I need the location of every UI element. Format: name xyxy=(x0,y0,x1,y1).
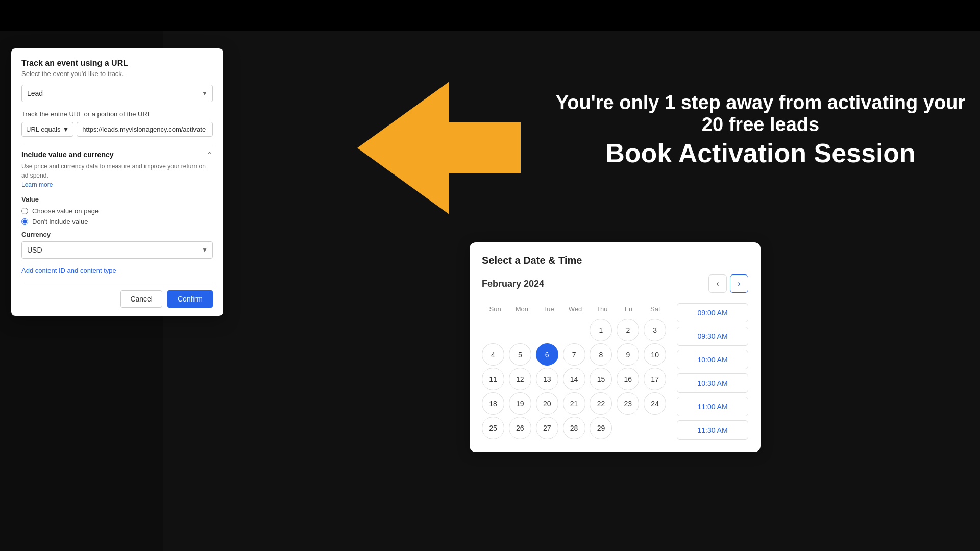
radio-choose-value-label: Choose value on page xyxy=(32,207,99,215)
time-slot-0930[interactable]: 09:30 AM xyxy=(677,327,748,346)
time-slot-0900[interactable]: 09:00 AM xyxy=(677,303,748,322)
cal-day-19[interactable]: 19 xyxy=(509,392,531,415)
time-slots: 09:00 AM 09:30 AM 10:00 AM 10:30 AM 11:0… xyxy=(677,303,748,440)
url-type-arrow-icon: ▼ xyxy=(62,126,69,133)
cal-day-6[interactable]: 6 xyxy=(536,343,558,366)
day-sun: Sun xyxy=(482,303,508,315)
cal-day-empty xyxy=(509,319,531,341)
time-slot-1100[interactable]: 11:00 AM xyxy=(677,397,748,416)
cancel-button[interactable]: Cancel xyxy=(120,290,162,308)
include-value-title: Include value and currency xyxy=(21,151,114,159)
time-slot-1000[interactable]: 10:00 AM xyxy=(677,350,748,369)
day-fri: Fri xyxy=(615,303,642,315)
track-event-modal: Track an event using a URL Select the ev… xyxy=(11,48,223,316)
cal-day-empty xyxy=(617,417,639,439)
cal-day-28[interactable]: 28 xyxy=(563,417,585,439)
add-content-link[interactable]: Add content ID and content type xyxy=(21,267,213,274)
modal-title: Track an event using a URL xyxy=(21,59,213,68)
cal-day-26[interactable]: 26 xyxy=(509,417,531,439)
calendar-month: February 2024 xyxy=(482,279,544,289)
cal-day-24[interactable]: 24 xyxy=(644,392,666,415)
cal-day-12[interactable]: 12 xyxy=(509,368,531,390)
include-value-section-header[interactable]: Include value and currency ⌃ xyxy=(21,145,213,162)
calendar-grid-area: Sun Mon Tue Wed Thu Fri Sat 1 2 3 xyxy=(482,303,748,440)
include-value-desc: Use price and currency data to measure a… xyxy=(21,162,213,189)
cal-day-13[interactable]: 13 xyxy=(536,368,558,390)
landing-area: You're only 1 step away from activating … xyxy=(163,31,980,551)
cal-day-23[interactable]: 23 xyxy=(617,392,639,415)
cal-day-4[interactable]: 4 xyxy=(482,343,504,366)
cal-day-18[interactable]: 18 xyxy=(482,392,504,415)
value-label: Value xyxy=(21,195,213,203)
landing-text: You're only 1 step away from activating … xyxy=(551,92,970,136)
calendar-days: 1 2 3 4 5 6 7 8 9 10 11 12 13 14 15 xyxy=(482,319,669,439)
calendar-panel-title: Select a Date & Time xyxy=(482,255,748,266)
next-month-button[interactable]: › xyxy=(730,274,748,293)
day-mon: Mon xyxy=(508,303,535,315)
landing-subtitle: Book Activation Session xyxy=(551,138,970,168)
arrow-icon xyxy=(357,82,521,214)
cal-day-27[interactable]: 27 xyxy=(536,417,558,439)
cal-day-22[interactable]: 22 xyxy=(590,392,612,415)
cal-day-16[interactable]: 16 xyxy=(617,368,639,390)
cal-day-11[interactable]: 11 xyxy=(482,368,504,390)
radio-dont-include-input[interactable] xyxy=(21,218,28,225)
calendar-header: February 2024 ‹ › xyxy=(482,274,748,293)
cal-day-3[interactable]: 3 xyxy=(644,319,666,341)
cal-day-2[interactable]: 2 xyxy=(617,319,639,341)
event-dropdown-wrapper: Lead Purchase Sign Up Contact ▼ xyxy=(21,85,213,102)
learn-more-link[interactable]: Learn more xyxy=(21,181,53,188)
cal-day-empty xyxy=(563,319,585,341)
cal-day-29[interactable]: 29 xyxy=(590,417,612,439)
confirm-button[interactable]: Confirm xyxy=(167,290,213,308)
cal-day-10[interactable]: 10 xyxy=(644,343,666,366)
cal-day-empty xyxy=(644,417,666,439)
arrow-container xyxy=(357,82,521,216)
cal-day-15[interactable]: 15 xyxy=(590,368,612,390)
radio-choose-value[interactable]: Choose value on page xyxy=(21,207,213,215)
cal-day-20[interactable]: 20 xyxy=(536,392,558,415)
day-tue: Tue xyxy=(535,303,562,315)
svg-marker-0 xyxy=(357,82,521,214)
event-dropdown[interactable]: Lead Purchase Sign Up Contact xyxy=(21,85,213,102)
chevron-up-icon: ⌃ xyxy=(207,151,213,159)
cal-day-14[interactable]: 14 xyxy=(563,368,585,390)
prev-month-button[interactable]: ‹ xyxy=(708,274,727,293)
time-slot-1030[interactable]: 10:30 AM xyxy=(677,373,748,393)
url-type-label: URL equals xyxy=(26,126,60,133)
calendar-nav-group: ‹ › xyxy=(708,274,748,293)
url-input[interactable] xyxy=(77,122,213,137)
url-type-dropdown[interactable]: URL equals ▼ xyxy=(21,122,74,137)
day-headers: Sun Mon Tue Wed Thu Fri Sat xyxy=(482,303,669,315)
modal-subtitle: Select the event you'd like to track. xyxy=(21,70,213,78)
cal-day-empty xyxy=(482,319,504,341)
url-section-label: Track the entire URL or a portion of the… xyxy=(21,110,213,118)
modal-footer: Cancel Confirm xyxy=(21,283,213,308)
time-slot-1130[interactable]: 11:30 AM xyxy=(677,420,748,440)
radio-dont-include[interactable]: Don't include value xyxy=(21,218,213,226)
day-thu: Thu xyxy=(589,303,615,315)
top-bar xyxy=(0,0,980,31)
radio-dont-include-label: Don't include value xyxy=(32,218,88,226)
cal-day-empty xyxy=(536,319,558,341)
currency-dropdown-wrapper: USD EUR GBP CAD ▼ xyxy=(21,241,213,259)
currency-label: Currency xyxy=(21,231,213,238)
day-wed: Wed xyxy=(562,303,589,315)
day-sat: Sat xyxy=(642,303,669,315)
cal-day-7[interactable]: 7 xyxy=(563,343,585,366)
calendar-left: Sun Mon Tue Wed Thu Fri Sat 1 2 3 xyxy=(482,303,669,440)
cal-day-5[interactable]: 5 xyxy=(509,343,531,366)
cal-day-25[interactable]: 25 xyxy=(482,417,504,439)
calendar-panel: Select a Date & Time February 2024 ‹ › S… xyxy=(470,242,761,452)
cal-day-21[interactable]: 21 xyxy=(563,392,585,415)
cal-day-8[interactable]: 8 xyxy=(590,343,612,366)
cal-day-9[interactable]: 9 xyxy=(617,343,639,366)
cal-day-17[interactable]: 17 xyxy=(644,368,666,390)
cal-day-1[interactable]: 1 xyxy=(590,319,612,341)
currency-dropdown[interactable]: USD EUR GBP CAD xyxy=(21,241,213,259)
radio-choose-value-input[interactable] xyxy=(21,208,28,214)
url-row: URL equals ▼ xyxy=(21,122,213,137)
